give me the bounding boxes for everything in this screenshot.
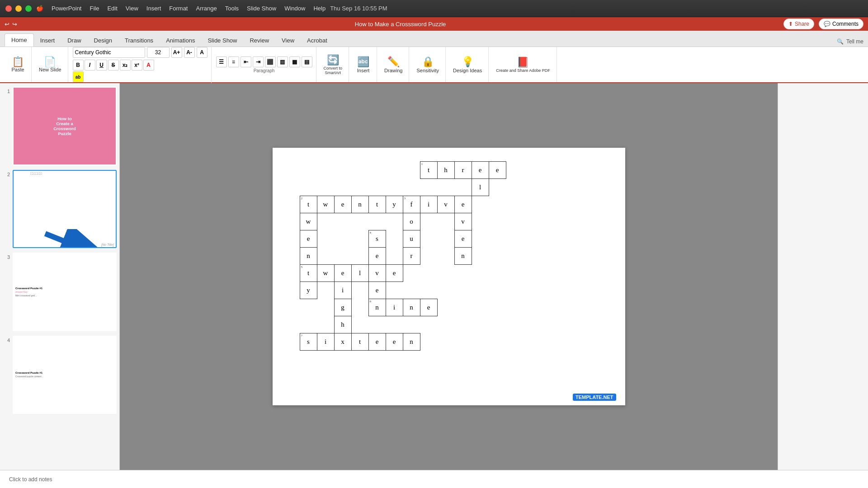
- slide-3-label: Crossword Puzzle #1: [15, 287, 42, 290]
- slideshow-menu[interactable]: Slide Show: [247, 5, 276, 12]
- adobe-pdf-btn[interactable]: 📕 Create and Share Adobe PDF: [493, 55, 553, 74]
- superscript-button[interactable]: x²: [132, 60, 142, 70]
- view-menu[interactable]: View: [126, 5, 138, 12]
- paste-button[interactable]: 📋 Paste: [9, 56, 27, 74]
- smartart-icon: 🔄: [327, 54, 339, 66]
- design-ideas-group: 💡 Design Ideas: [447, 47, 489, 82]
- slide-thumbnail-4: 4 Crossword Puzzle #1 Crossword puzzle c…: [3, 336, 117, 414]
- undo-btn[interactable]: ↩: [5, 21, 9, 28]
- tab-design[interactable]: Design: [88, 34, 118, 47]
- tools-menu[interactable]: Tools: [225, 5, 239, 12]
- svg-line-1: [45, 234, 113, 247]
- notes-placeholder[interactable]: Click to add notes: [9, 476, 52, 483]
- menu-bar: 🍎 PowerPoint File Edit View Insert Forma…: [36, 5, 326, 12]
- minimize-button[interactable]: [15, 5, 22, 12]
- crossword-row-10: h: [300, 316, 506, 333]
- watermark: TEMPLATE.NET: [573, 394, 616, 401]
- tab-view[interactable]: View: [275, 34, 301, 47]
- design-ideas-btn[interactable]: 💡 Design Ideas: [450, 55, 485, 75]
- sensitivity-btn[interactable]: 🔒 Sensitivity: [414, 55, 442, 75]
- convert-smartart-group: 🔄 Convert toSmartArt: [317, 47, 349, 82]
- comments-icon: 💬: [824, 21, 830, 27]
- paste-icon: 📋: [12, 57, 24, 67]
- indent-less-btn[interactable]: ⇤: [241, 56, 251, 67]
- numbering-btn[interactable]: ≡: [228, 56, 239, 67]
- new-slide-group: 📄 New Slide: [33, 47, 68, 82]
- app-name[interactable]: PowerPoint: [52, 5, 81, 12]
- sensitivity-group: 🔒 Sensitivity: [410, 47, 446, 82]
- slide-thumb-img-2[interactable]: t h r e e [No Title]: [13, 170, 117, 249]
- design-icon: 💡: [462, 56, 474, 68]
- font-size-decrease[interactable]: A-: [184, 47, 195, 58]
- underline-button[interactable]: U: [96, 60, 107, 70]
- tab-insert[interactable]: Insert: [34, 34, 61, 47]
- format-menu[interactable]: Format: [169, 5, 188, 12]
- subscript-button[interactable]: x₂: [120, 60, 131, 70]
- italic-button[interactable]: I: [85, 60, 95, 70]
- arrange-menu[interactable]: Arrange: [196, 5, 217, 12]
- highlight-btn[interactable]: ab: [73, 71, 84, 82]
- bold-button[interactable]: B: [73, 60, 84, 70]
- insert-menu[interactable]: Insert: [146, 5, 161, 12]
- font-color-btn[interactable]: A: [143, 60, 154, 70]
- main-area: 1 How toCreate aCrosswordPuzzle 2: [0, 83, 868, 470]
- crossword-row-4: w o v: [300, 213, 506, 230]
- align-left-btn[interactable]: ⬛: [265, 56, 276, 67]
- maximize-button[interactable]: [25, 5, 32, 12]
- slide-panel: 1 How toCreate aCrosswordPuzzle 2: [0, 83, 120, 470]
- traffic-lights[interactable]: [5, 5, 32, 12]
- drawing-btn[interactable]: ✏️ Drawing: [382, 55, 405, 75]
- tell-me[interactable]: Tell me: [846, 38, 863, 45]
- font-family-input[interactable]: [73, 47, 145, 58]
- tab-animations[interactable]: Animations: [160, 34, 201, 47]
- new-slide-icon: 📄: [44, 57, 56, 67]
- bullets-btn[interactable]: ☰: [216, 56, 227, 67]
- font-size-input[interactable]: [147, 47, 170, 58]
- tab-home[interactable]: Home: [5, 33, 34, 47]
- crossword-row-7: t w e l v e: [300, 265, 506, 282]
- comments-button[interactable]: 💬 Comments: [819, 19, 863, 29]
- insert-btn[interactable]: 🔤 Insert: [354, 55, 373, 75]
- notes-bar[interactable]: Click to add notes: [0, 470, 868, 488]
- file-menu[interactable]: File: [90, 5, 99, 12]
- help-menu[interactable]: Help: [313, 5, 326, 12]
- align-center-btn[interactable]: ▥: [277, 56, 288, 67]
- share-button[interactable]: ⬆ Share: [783, 19, 814, 29]
- indent-more-btn[interactable]: ⇥: [253, 56, 264, 67]
- tab-slideshow[interactable]: Slide Show: [201, 34, 243, 47]
- clear-format-btn[interactable]: A: [197, 47, 208, 58]
- slide-thumbnail-3: 3 Crossword Puzzle #1 Answer Key Mini cr…: [3, 253, 117, 331]
- slide-thumb-img-4[interactable]: Crossword Puzzle #1 Crossword puzzle con…: [13, 336, 117, 414]
- font-size-increase[interactable]: A+: [171, 47, 182, 58]
- search-icon[interactable]: 🔍: [837, 38, 844, 45]
- new-slide-button[interactable]: 📄 New Slide: [36, 56, 64, 74]
- insert-icon: 🔤: [357, 56, 369, 68]
- slide-canvas[interactable]: t h r e e: [273, 148, 625, 405]
- paragraph-label: Paragraph: [254, 68, 275, 73]
- convert-smartart-btn[interactable]: 🔄 Convert toSmartArt: [321, 53, 345, 76]
- tab-review[interactable]: Review: [243, 34, 275, 47]
- title-bar: 🍎 PowerPoint File Edit View Insert Forma…: [0, 0, 868, 17]
- crossword-row-8: y i e: [300, 282, 506, 299]
- slide-4-label: Crossword Puzzle #1: [15, 371, 42, 374]
- crossword-row-5: e s u e: [300, 230, 506, 248]
- ribbon-tabs: Home Insert Draw Design Transitions Anim…: [0, 31, 868, 47]
- paste-group: 📋 Paste: [5, 47, 32, 82]
- tab-acrobat[interactable]: Acrobat: [301, 34, 334, 47]
- tab-transitions[interactable]: Transitions: [118, 34, 160, 47]
- slide-thumbnail-2: 2: [3, 170, 117, 249]
- slide-thumb-img-3[interactable]: Crossword Puzzle #1 Answer Key Mini cros…: [13, 253, 117, 331]
- justify-btn[interactable]: ▤: [302, 56, 312, 67]
- strikethrough-button[interactable]: S: [108, 60, 119, 70]
- close-button[interactable]: [5, 5, 12, 12]
- window-menu[interactable]: Window: [284, 5, 305, 12]
- redo-btn[interactable]: ↪: [12, 21, 17, 28]
- ribbon-content: 📋 Paste 📄 New Slide A+ A- A B I U S x₂ x…: [0, 47, 868, 83]
- apple-menu[interactable]: 🍎: [36, 5, 43, 12]
- edit-menu[interactable]: Edit: [107, 5, 117, 12]
- tab-draw[interactable]: Draw: [61, 34, 87, 47]
- align-right-btn[interactable]: ▦: [289, 56, 300, 67]
- pdf-icon: 📕: [517, 56, 529, 68]
- slide-thumb-img-1[interactable]: How toCreate aCrosswordPuzzle: [13, 87, 117, 165]
- slide-thumb-content-1: How toCreate aCrosswordPuzzle: [14, 88, 116, 164]
